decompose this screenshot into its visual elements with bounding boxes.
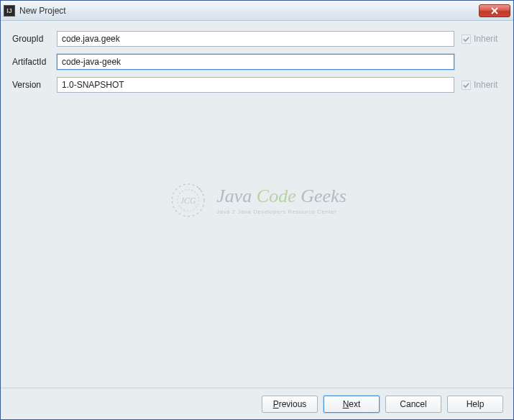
close-button[interactable] [479,4,510,17]
svg-point-3 [177,189,198,211]
svg-point-6 [201,191,202,192]
titlebar[interactable]: IJ New Project [1,1,513,21]
artifactid-row: ArtifactId [12,54,505,70]
dialog-footer: Previous Next Cancel Help [1,388,513,419]
version-inherit-group: Inherit [462,80,505,90]
dialog-window: IJ New Project GroupId Inherit Artif [0,0,514,420]
version-input[interactable] [57,77,454,93]
cancel-button[interactable]: Cancel [385,396,441,413]
app-icon: IJ [4,5,15,17]
groupid-input[interactable] [57,31,454,47]
artifactid-label: ArtifactId [12,57,57,67]
checkmark-icon [463,82,469,88]
groupid-label: GroupId [12,34,57,44]
groupid-inherit-label: Inherit [474,34,497,44]
watermark: JCG Java Code Geeks Java 2 Java Develope… [167,180,347,220]
groupid-inherit-group: Inherit [462,34,505,44]
help-button[interactable]: Help [447,396,503,413]
close-icon [491,7,498,14]
watermark-subtitle: Java 2 Java Developers Resource Center [216,209,347,215]
next-button[interactable]: Next [323,396,380,413]
svg-point-7 [196,186,198,188]
version-inherit-label: Inherit [474,80,497,90]
watermark-title: Java Code Geeks [216,186,347,207]
artifactid-input[interactable] [57,54,454,70]
jcg-logo-icon: JCG [167,180,208,220]
groupid-inherit-checkbox [462,35,471,44]
svg-text:JCG: JCG [180,196,196,206]
svg-point-2 [172,184,204,216]
version-inherit-checkbox [462,81,471,90]
checkmark-icon [463,36,469,42]
dialog-content: GroupId Inherit ArtifactId Version [1,21,513,388]
groupid-row: GroupId Inherit [12,31,505,47]
version-label: Version [12,80,57,90]
version-row: Version Inherit [12,77,505,93]
previous-button[interactable]: Previous [262,396,318,413]
window-title: New Project [19,6,479,16]
svg-point-5 [198,188,201,190]
